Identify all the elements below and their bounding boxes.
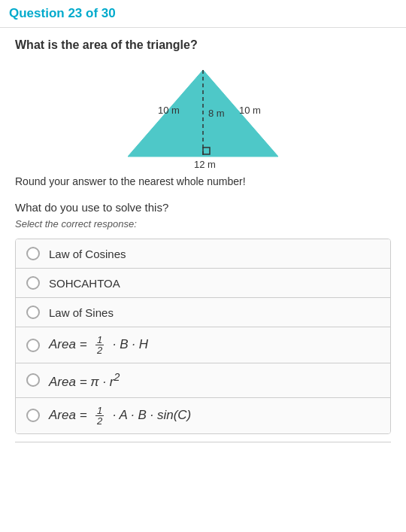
svg-text:10 m: 10 m [239, 105, 261, 116]
radio-sohcahtoa[interactable] [26, 276, 40, 290]
option-law-cosines-label: Law of Cosines [49, 248, 126, 260]
option-law-sines[interactable]: Law of Sines [16, 298, 390, 327]
select-label: Select the correct response: [15, 218, 391, 230]
svg-text:10 m: 10 m [158, 105, 180, 116]
round-note: Round your answer to the nearest whole n… [15, 175, 391, 187]
options-list: Law of Cosines SOHCAHTOA Law of Sines Ar… [15, 239, 391, 434]
radio-formula-pi-r2[interactable] [26, 373, 40, 387]
question-text: What is the area of the triangle? [15, 38, 391, 52]
radio-law-sines[interactable] [26, 306, 40, 319]
option-formula-pi-r2[interactable]: Area = π · r2 [16, 363, 390, 398]
option-formula-half-ab-sinC-label: Area = 1 2 · A · B · sin(C) [49, 406, 191, 426]
question-progress: Question 23 of 30 [0, 0, 406, 28]
option-formula-half-bh[interactable]: Area = 1 2 · B · H [16, 327, 390, 363]
sub-question: What do you use to solve this? [15, 201, 391, 214]
radio-law-cosines[interactable] [26, 247, 40, 260]
triangle-diagram: 10 m 10 m 8 m 12 m [15, 62, 391, 168]
option-formula-half-bh-label: Area = 1 2 · B · H [49, 335, 148, 355]
svg-text:12 m: 12 m [194, 159, 216, 168]
option-sohcahtoa[interactable]: SOHCAHTOA [16, 269, 390, 298]
svg-text:8 m: 8 m [208, 108, 225, 119]
option-sohcahtoa-label: SOHCAHTOA [49, 277, 120, 290]
radio-formula-half-bh[interactable] [26, 339, 40, 352]
bottom-bar [15, 442, 391, 454]
option-formula-half-ab-sinC[interactable]: Area = 1 2 · A · B · sin(C) [16, 398, 390, 433]
option-law-cosines[interactable]: Law of Cosines [16, 239, 390, 269]
radio-formula-half-ab-sinC[interactable] [26, 409, 40, 422]
option-law-sines-label: Law of Sines [49, 306, 114, 319]
option-formula-pi-r2-label: Area = π · r2 [49, 371, 120, 390]
